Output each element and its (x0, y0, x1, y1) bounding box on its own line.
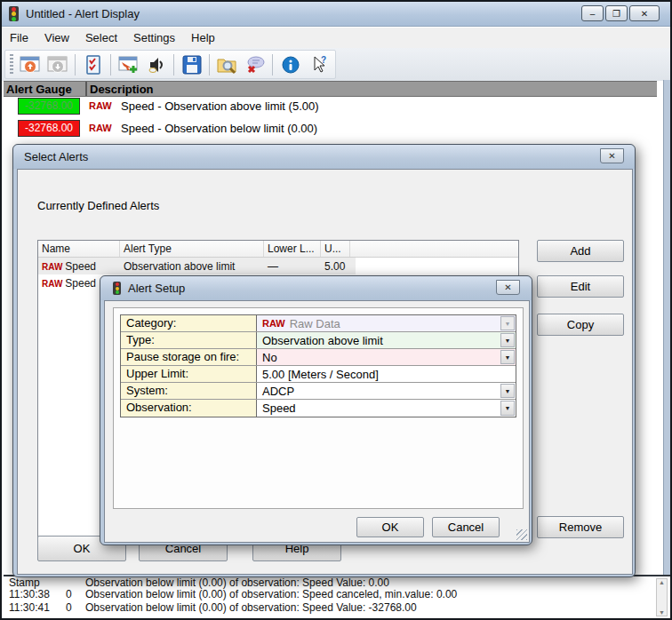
type-select[interactable]: Observation above limit ▼ (257, 332, 516, 348)
traffic-light-icon (9, 6, 19, 21)
remove-button[interactable]: Remove (537, 516, 624, 538)
alert-setup-title: Alert Setup (128, 282, 185, 295)
column-header-description[interactable]: Description (87, 82, 156, 96)
select-alerts-title: Select Alerts (24, 150, 88, 163)
alert-setup-panel: Category: RAW Raw Data ▼ Type: Observati… (113, 307, 524, 509)
category-value[interactable]: RAW Raw Data ▼ (257, 315, 516, 331)
log-row: Stamp Observation below limit (0.00) of … (4, 576, 652, 589)
form-row-type: Type: Observation above limit ▼ (121, 332, 516, 349)
table-row[interactable]: RAWSpeed Observation above limit — 5.00 (38, 258, 356, 274)
ok-button[interactable]: OK (356, 517, 424, 537)
row-category: RAW (42, 279, 62, 289)
chevron-down-icon[interactable]: ▼ (500, 401, 515, 416)
resize-grip[interactable] (516, 529, 527, 540)
raise-alerts-icon[interactable] (16, 52, 44, 77)
upper-limit-input[interactable]: 5.00 [Meters / Second] (257, 366, 516, 382)
log-code: 0 (66, 588, 72, 600)
gauge-value-green: -32768.00 (18, 98, 80, 115)
row-lower: — (264, 260, 321, 273)
menu-file[interactable]: File (2, 28, 36, 47)
toolbar-separator (173, 54, 174, 76)
alert-setup-dialog: Alert Setup ✕ Category: RAW Raw Data ▼ T… (100, 275, 532, 545)
col-alert-type[interactable]: Alert Type (120, 241, 264, 257)
cancel-button[interactable]: Cancel (432, 517, 500, 537)
menu-select[interactable]: Select (77, 28, 125, 47)
log-code: 0 (66, 601, 72, 614)
col-upper-limit[interactable]: U... (321, 241, 350, 257)
toolbar-gripper[interactable] (10, 54, 13, 76)
add-alert-icon[interactable] (115, 52, 142, 77)
message-log[interactable]: Stamp Observation below limit (0.00) of … (4, 575, 670, 618)
category-badge: RAW (89, 123, 112, 133)
find-icon[interactable] (213, 52, 241, 77)
lower-alerts-icon[interactable] (44, 52, 71, 77)
pause-storage-select[interactable]: No ▼ (257, 349, 516, 365)
select-alerts-close-button[interactable]: ✕ (600, 148, 624, 163)
log-row: 11:30:41 0 Observation below limit (0.00… (4, 601, 652, 614)
menu-help[interactable]: Help (183, 28, 223, 47)
col-lower-limit[interactable]: Lower L... (264, 241, 321, 257)
col-filler (350, 241, 518, 257)
alerts-table-header: Name Alert Type Lower L... U... (38, 241, 518, 258)
log-row: 11:30:38 0 Observation below limit (0.00… (4, 588, 652, 600)
row-upper: 5.00 (321, 260, 350, 273)
info-icon[interactable] (276, 52, 304, 77)
close-button[interactable]: ✕ (629, 5, 660, 21)
add-button[interactable]: Add (537, 240, 624, 262)
context-help-icon[interactable]: ? (304, 52, 332, 77)
menu-settings[interactable]: Settings (125, 28, 183, 47)
log-stamp: Stamp (9, 576, 40, 589)
traffic-light-icon (113, 282, 121, 295)
alert-display-window: Untitled - Alert Display – ❐ ✕ File View… (0, 0, 672, 620)
sound-icon[interactable] (142, 52, 170, 77)
col-name[interactable]: Name (38, 241, 120, 257)
observation-label: Observation: (121, 400, 257, 417)
select-alerts-titlebar[interactable]: Select Alerts (13, 145, 635, 169)
alert-list-header: Alert Gauge Description (4, 81, 657, 97)
toolbar-separator (110, 54, 111, 76)
main-titlebar: Untitled - Alert Display – ❐ ✕ (2, 2, 670, 27)
menu-view[interactable]: View (36, 28, 77, 47)
chevron-down-icon[interactable]: ▼ (500, 350, 515, 364)
log-scrollbar[interactable]: ▲ ▼ (656, 578, 668, 616)
scroll-down-icon[interactable]: ▼ (659, 609, 665, 616)
edit-button[interactable]: Edit (537, 275, 624, 298)
system-select[interactable]: ADCP ▼ (257, 383, 516, 399)
currently-defined-alerts-label: Currently Defined Alerts (37, 199, 159, 212)
maximize-button[interactable]: ❐ (605, 5, 628, 21)
toolbar-separator (75, 54, 76, 76)
alert-description: Speed - Observation below limit (0.00) (121, 122, 565, 135)
type-label: Type: (121, 332, 257, 348)
form-row-upper-limit: Upper Limit: 5.00 [Meters / Second] (121, 366, 516, 383)
row-category: RAW (42, 262, 62, 272)
row-name: Speed (65, 277, 96, 290)
row-name: Speed (65, 260, 96, 273)
log-message: Observation below limit (0.00) of observ… (85, 601, 417, 614)
toolbar-separator (209, 54, 210, 76)
minimize-button[interactable]: – (581, 5, 604, 21)
row-alert-type: Observation above limit (120, 260, 264, 273)
log-message: Observation below limit (0.00) of observ… (85, 588, 457, 600)
form-row-observation: Observation: Speed ▼ (121, 400, 516, 417)
save-icon[interactable] (178, 52, 205, 77)
alert-setup-close-button[interactable]: ✕ (496, 280, 520, 295)
copy-button[interactable]: Copy (537, 314, 624, 336)
alert-setup-form: Category: RAW Raw Data ▼ Type: Observati… (120, 314, 516, 417)
window-title: Untitled - Alert Display (26, 7, 140, 20)
alert-description: Speed - Observation above limit (5.00) (121, 99, 565, 113)
alert-checklist-icon[interactable] (79, 52, 107, 77)
chevron-down-icon[interactable]: ▼ (500, 384, 515, 398)
scroll-up-icon[interactable]: ▲ (659, 579, 665, 585)
log-stamp: 11:30:38 (9, 588, 50, 600)
alert-setup-client: Category: RAW Raw Data ▼ Type: Observati… (104, 300, 530, 543)
window-frame-edge (663, 80, 670, 575)
toolbar-separator (272, 54, 273, 76)
toolbar: ? (2, 48, 670, 81)
observation-select[interactable]: Speed ▼ (257, 400, 516, 417)
chevron-down-icon[interactable]: ▼ (500, 333, 515, 347)
alert-setup-titlebar[interactable]: Alert Setup (100, 276, 532, 300)
form-row-system: System: ADCP ▼ (121, 383, 516, 400)
column-header-alert-gauge[interactable]: Alert Gauge (4, 82, 87, 96)
form-row-category: Category: RAW Raw Data ▼ (121, 315, 516, 332)
clear-messages-icon[interactable] (241, 52, 268, 77)
